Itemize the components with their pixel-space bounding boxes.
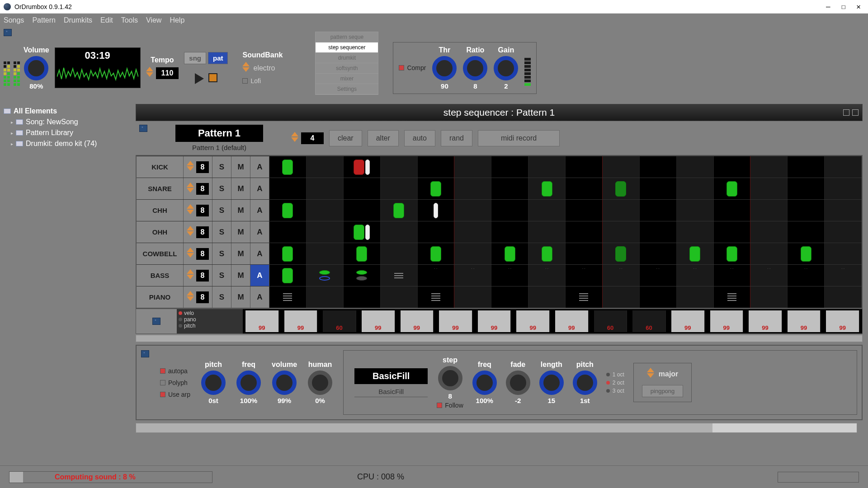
menu-pattern[interactable]: Pattern <box>32 16 56 24</box>
usearp-checkbox[interactable] <box>160 392 165 397</box>
step-cell[interactable] <box>454 286 491 308</box>
step-cell[interactable] <box>344 286 381 308</box>
step-cell[interactable] <box>307 243 344 264</box>
mute-button[interactable]: M <box>231 200 250 221</box>
velocity-cell[interactable]: 99 <box>749 310 782 332</box>
track-steps-spinner[interactable] <box>187 183 195 195</box>
step-cell[interactable] <box>528 200 566 221</box>
fill-name[interactable]: BasicFill <box>354 368 428 384</box>
scale-spinner[interactable] <box>647 368 655 380</box>
step-cell[interactable] <box>491 178 528 199</box>
step-cell[interactable] <box>640 221 677 243</box>
arm-button[interactable]: A <box>250 178 269 199</box>
step-cell[interactable] <box>381 178 418 199</box>
step-cell[interactable] <box>603 221 640 243</box>
step-cell[interactable] <box>750 221 788 243</box>
track-name[interactable]: BASS <box>137 265 184 286</box>
lofi-checkbox[interactable] <box>242 78 248 84</box>
step-cell[interactable] <box>714 200 751 221</box>
fill-step-knob[interactable] <box>438 366 462 390</box>
arm-button[interactable]: A <box>250 221 269 243</box>
track-name[interactable]: PIANO <box>137 286 184 308</box>
step-cell[interactable] <box>491 156 528 178</box>
step-cell[interactable] <box>677 156 714 178</box>
step-cell[interactable] <box>454 178 491 199</box>
step-cell[interactable] <box>528 156 566 178</box>
step-cell[interactable] <box>269 286 307 308</box>
track-name[interactable]: SNARE <box>137 178 184 199</box>
step-cell[interactable] <box>677 243 714 264</box>
step-cell[interactable] <box>677 178 714 199</box>
step-cell[interactable]: . . <box>788 265 825 286</box>
velo-opt-pano[interactable]: pano <box>179 316 241 323</box>
arm-button[interactable]: A <box>250 156 269 178</box>
mute-button[interactable]: M <box>231 156 250 178</box>
pingpong-button[interactable]: pingpong <box>642 385 684 397</box>
step-cell[interactable] <box>566 200 603 221</box>
step-cell[interactable] <box>491 243 528 264</box>
track-name[interactable]: KICK <box>137 156 184 178</box>
human-knob[interactable] <box>308 371 332 395</box>
step-cell[interactable]: . . <box>418 265 455 286</box>
menu-drumkits[interactable]: Drumkits <box>64 16 92 24</box>
tree-song[interactable]: ▸Song: NewSong <box>2 117 134 127</box>
step-cell[interactable] <box>714 156 751 178</box>
sequencer-scrollbar[interactable] <box>136 335 863 342</box>
step-cell[interactable] <box>269 221 307 243</box>
fill-pitch-knob[interactable] <box>573 371 597 395</box>
step-cell[interactable] <box>714 178 751 199</box>
solo-button[interactable]: S <box>212 200 231 221</box>
soundbank-spinner[interactable] <box>242 62 250 75</box>
step-cell[interactable] <box>307 265 344 286</box>
step-cell[interactable] <box>307 221 344 243</box>
menu-songs[interactable]: Songs <box>4 16 24 24</box>
step-cell[interactable] <box>566 178 603 199</box>
autopa-checkbox[interactable] <box>160 368 165 374</box>
tab-mixer[interactable]: mixer <box>316 74 378 84</box>
step-cell[interactable] <box>381 200 418 221</box>
menu-tools[interactable]: Tools <box>121 16 138 24</box>
mode-sng-button[interactable]: sng <box>184 52 206 64</box>
mute-button[interactable]: M <box>231 221 250 243</box>
freq-knob[interactable] <box>236 371 261 395</box>
step-cell[interactable] <box>454 221 491 243</box>
step-cell[interactable]: . . <box>825 265 862 286</box>
step-cell[interactable] <box>750 243 788 264</box>
step-cell[interactable] <box>528 178 566 199</box>
mute-button[interactable]: M <box>231 243 250 264</box>
pattern-name[interactable]: Pattern 1 <box>175 125 263 142</box>
step-cell[interactable] <box>454 243 491 264</box>
step-cell[interactable] <box>566 221 603 243</box>
tree-pattern-library[interactable]: ▸Pattern Library <box>2 127 134 138</box>
tab-settings[interactable]: Settings <box>316 84 378 94</box>
track-volume-knob[interactable] <box>272 371 297 395</box>
step-cell[interactable] <box>528 286 566 308</box>
step-cell[interactable] <box>788 200 825 221</box>
step-cell[interactable] <box>677 286 714 308</box>
step-cell[interactable] <box>750 178 788 199</box>
step-cell[interactable] <box>825 200 862 221</box>
fill-freq-knob[interactable] <box>472 371 497 395</box>
step-cell[interactable] <box>714 221 751 243</box>
stop-button[interactable] <box>208 73 217 82</box>
step-cell[interactable] <box>344 178 381 199</box>
oct3-option[interactable]: 3 oct <box>606 388 624 394</box>
step-cell[interactable] <box>418 156 455 178</box>
oct1-option[interactable]: 1 oct <box>606 371 624 378</box>
step-cell[interactable] <box>269 200 307 221</box>
step-cell[interactable] <box>381 156 418 178</box>
track-steps-spinner[interactable] <box>187 204 195 217</box>
clear-button[interactable]: clear <box>329 130 362 146</box>
step-cell[interactable] <box>677 221 714 243</box>
step-cell[interactable] <box>491 221 528 243</box>
step-cell[interactable] <box>269 243 307 264</box>
velocity-cell[interactable]: 99 <box>516 310 550 332</box>
track-name[interactable]: CHH <box>137 200 184 221</box>
step-cell[interactable] <box>788 221 825 243</box>
track-steps-spinner[interactable] <box>187 248 195 260</box>
step-cell[interactable] <box>344 200 381 221</box>
auto-button[interactable]: auto <box>404 130 435 146</box>
velocity-cell[interactable]: 99 <box>826 310 859 332</box>
step-cell[interactable] <box>825 156 862 178</box>
mute-button[interactable]: M <box>231 178 250 199</box>
